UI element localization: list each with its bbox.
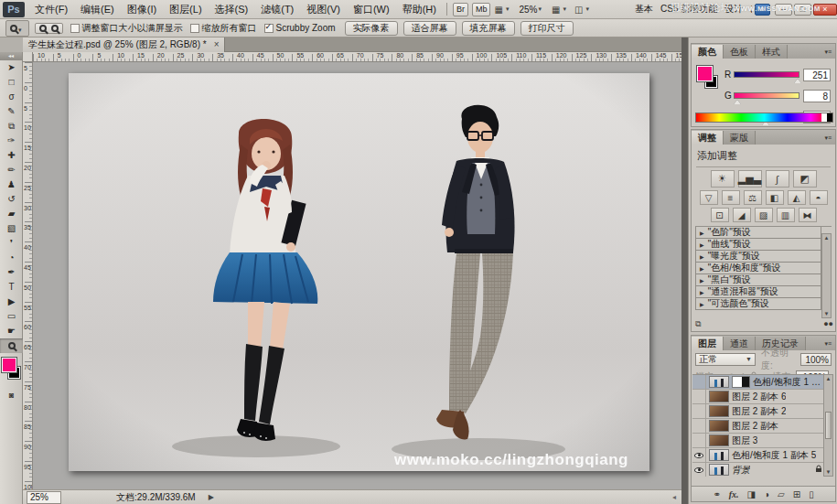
menu-item[interactable]: 窗口(W): [347, 0, 396, 19]
horizontal-ruler[interactable]: 1050510152025303540455055606570758085909…: [33, 52, 681, 62]
quick-mask-icon[interactable]: ◙: [0, 391, 23, 400]
tab-masks[interactable]: 蒙版: [724, 131, 756, 145]
preset-item[interactable]: ▶"曝光度"预设: [695, 251, 821, 263]
tab-close-icon[interactable]: ×: [214, 38, 220, 52]
slider-pointer-icon[interactable]: [734, 96, 741, 104]
delete-layer-icon[interactable]: ▯: [809, 489, 814, 499]
layer-visibility-toggle[interactable]: [692, 404, 706, 418]
panel-menu-icon[interactable]: ▾≡: [824, 134, 835, 145]
crop-tool[interactable]: ⧉: [0, 119, 23, 134]
expand-arrow-icon[interactable]: ▶: [700, 301, 704, 307]
slider-pointer-icon[interactable]: [794, 75, 801, 83]
screen-mode-icon[interactable]: ◫: [574, 5, 583, 15]
layer-thumbnail[interactable]: [709, 391, 729, 402]
spot-healing-brush-tool[interactable]: ✚: [0, 148, 23, 163]
gradient-tool[interactable]: ▧: [0, 221, 23, 236]
expand-arrow-icon[interactable]: ▶: [700, 241, 704, 248]
channel-value-input[interactable]: 8: [803, 90, 831, 102]
tab-styles[interactable]: 样式: [756, 45, 788, 59]
print-size-button[interactable]: 打印尺寸: [520, 21, 574, 36]
layer-thumbnail[interactable]: [709, 434, 729, 446]
close-button[interactable]: ×: [813, 4, 837, 16]
opacity-field[interactable]: 100%: [800, 353, 832, 366]
add-layer-mask-icon[interactable]: ◨: [747, 489, 756, 499]
layer-name[interactable]: 图层 2 副本 6: [732, 391, 786, 403]
menu-item[interactable]: 图层(L): [163, 0, 208, 19]
curves-icon[interactable]: ∫: [766, 170, 789, 188]
tab-color[interactable]: 颜色: [692, 45, 724, 59]
eyedropper-tool[interactable]: ✑: [0, 134, 23, 148]
move-tool[interactable]: ➤: [0, 60, 23, 75]
vertical-ruler[interactable]: 5051015202530354045505560657075808590951…: [23, 62, 33, 489]
link-layers-icon[interactable]: ⚭: [713, 489, 720, 499]
layer-mask-thumbnail[interactable]: [732, 376, 750, 388]
actual-pixels-button[interactable]: 实际像素: [345, 21, 398, 36]
workspace-button[interactable]: CS5 新增功能: [660, 3, 717, 16]
expand-arrow-icon[interactable]: ▶: [700, 277, 704, 284]
eraser-tool[interactable]: ▰: [0, 207, 23, 221]
scrubby-zoom-checkbox[interactable]: [264, 24, 274, 33]
status-menu-arrow-icon[interactable]: ▶: [209, 493, 214, 501]
invert-icon[interactable]: ⊡: [711, 208, 729, 222]
lasso-tool[interactable]: σ: [0, 90, 23, 104]
preset-item[interactable]: ▶"色相/饱和度"预设: [695, 263, 821, 274]
layer-row[interactable]: 图层 3: [692, 434, 826, 448]
layer-row[interactable]: 图层 2 副本 2: [692, 404, 826, 419]
preset-item[interactable]: ▶"曲线"预设: [695, 239, 821, 251]
type-tool[interactable]: T: [0, 280, 23, 295]
layer-row[interactable]: 背景: [692, 463, 826, 477]
channel-mixer-icon[interactable]: ◓: [810, 190, 828, 205]
scroll-down-icon[interactable]: ▼: [824, 311, 830, 316]
layer-name[interactable]: 图层 2 副本: [732, 420, 778, 433]
chevron-down-icon[interactable]: ▾: [538, 5, 542, 13]
scrollbar[interactable]: ▲▼: [821, 233, 832, 318]
new-adjustment-layer-icon[interactable]: ◑: [764, 489, 769, 499]
chevron-down-icon[interactable]: ▾: [563, 5, 566, 13]
tab-channels[interactable]: 通道: [724, 337, 756, 350]
layer-thumbnail[interactable]: [709, 405, 729, 417]
layer-visibility-toggle[interactable]: [692, 448, 706, 462]
quick-selection-tool[interactable]: ✎: [0, 104, 23, 119]
layer-name[interactable]: 图层 3: [732, 434, 757, 447]
new-layer-icon[interactable]: ⊞: [793, 489, 800, 499]
panel-collapse-handle[interactable]: ◂◂: [0, 52, 22, 60]
layer-visibility-toggle[interactable]: [692, 434, 706, 447]
zoom-mode-buttons[interactable]: [35, 23, 63, 34]
path-selection-tool[interactable]: ▶: [0, 295, 23, 309]
preset-item[interactable]: ▶"色阶"预设: [695, 227, 821, 239]
blend-mode-select[interactable]: 正常▼: [695, 353, 756, 366]
history-brush-tool[interactable]: ↺: [0, 192, 23, 207]
tab-adjustments[interactable]: 调整: [692, 131, 724, 145]
zoom-in-icon[interactable]: [39, 25, 47, 32]
channel-slider[interactable]: [734, 71, 799, 78]
layer-style-icon[interactable]: fx.: [729, 489, 739, 499]
levels-icon[interactable]: ▂▅▃: [738, 170, 762, 188]
toggle-layer-visibility-icon[interactable]: ●●: [823, 319, 833, 329]
color-balance-icon[interactable]: ⚖: [744, 190, 762, 205]
zoom-out-icon[interactable]: [51, 25, 59, 32]
layer-row[interactable]: 图层 2 副本 6: [692, 390, 826, 404]
preset-item[interactable]: ▶"黑白"预设: [695, 274, 821, 286]
mini-bridge-button[interactable]: Mb: [472, 3, 491, 16]
menu-item[interactable]: 选择(S): [209, 0, 255, 19]
zoom-level-field[interactable]: 25%: [519, 5, 537, 15]
rectangular-marquee-tool[interactable]: □: [0, 75, 23, 90]
black-white-icon[interactable]: ◧: [766, 190, 784, 205]
black-swatch[interactable]: [827, 113, 832, 122]
dodge-tool[interactable]: ◔: [0, 251, 23, 265]
menu-item[interactable]: 文件(F): [28, 0, 74, 19]
restore-button[interactable]: □: [794, 4, 811, 16]
threshold-icon[interactable]: ▨: [755, 208, 773, 222]
scrollbar[interactable]: ▲▼: [823, 374, 833, 477]
status-zoom-field[interactable]: 25%: [27, 491, 61, 504]
layer-visibility-toggle[interactable]: [692, 375, 706, 389]
zoom-all-windows-checkbox[interactable]: [190, 24, 199, 33]
tab-layers[interactable]: 图层: [692, 337, 724, 350]
pen-tool[interactable]: ✒: [0, 265, 23, 280]
horizontal-scrollbar[interactable]: ◂: [672, 493, 676, 501]
resize-window-checkbox[interactable]: [70, 24, 80, 33]
brush-tool[interactable]: ✏: [0, 163, 23, 177]
arrange-documents-icon[interactable]: ▦: [552, 5, 560, 15]
return-to-adjustment-list-icon[interactable]: ⧉: [695, 319, 701, 329]
layer-visibility-toggle[interactable]: [692, 390, 706, 403]
